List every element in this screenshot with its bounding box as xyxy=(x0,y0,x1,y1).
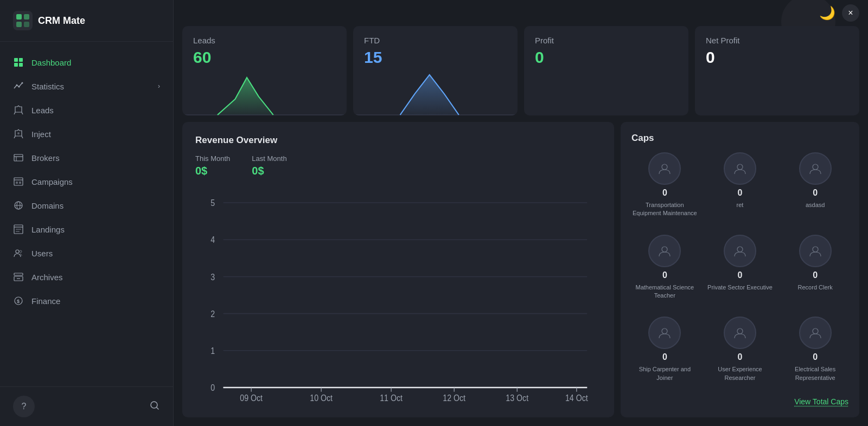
sidebar-item-campaigns[interactable]: Campaigns xyxy=(0,170,173,193)
svg-rect-3 xyxy=(24,22,29,27)
cap-item-8: 0 Electrical Sales Representative xyxy=(782,317,848,390)
cap-label-1: ret xyxy=(737,201,744,209)
cap-value-1: 0 xyxy=(738,188,743,198)
svg-text:09 Oct: 09 Oct xyxy=(240,393,263,403)
sidebar-label-users: Users xyxy=(31,249,53,258)
cap-circle-7 xyxy=(724,317,756,349)
revenue-stats: This Month 0$ Last Month 0$ xyxy=(195,154,601,177)
this-month-value: 0$ xyxy=(195,165,230,177)
last-month-stat: Last Month 0$ xyxy=(252,154,286,177)
help-button[interactable]: ? xyxy=(13,396,35,417)
body-row: Revenue Overview This Month 0$ Last Mont… xyxy=(174,122,868,426)
cap-item-1: 0 ret xyxy=(707,152,774,226)
cap-value-8: 0 xyxy=(813,352,818,362)
svg-text:13 Oct: 13 Oct xyxy=(506,393,528,403)
caps-grid: 0 Transportation Equipment Maintenance 0… xyxy=(631,152,848,390)
cap-circle-8 xyxy=(799,317,832,349)
last-month-value: 0$ xyxy=(252,165,286,177)
sidebar-label-archives: Archives xyxy=(31,273,63,282)
logo-icon xyxy=(13,11,33,30)
this-month-stat: This Month 0$ xyxy=(195,154,230,177)
metric-label-profit: Profit xyxy=(535,36,678,45)
sidebar-item-statistics[interactable]: Statistics › xyxy=(0,74,173,98)
cap-label-6: Ship Carpenter and Joiner xyxy=(631,365,698,382)
sidebar-item-dashboard[interactable]: Dashboard xyxy=(0,50,173,74)
sidebar-logo: CRM Mate xyxy=(0,0,173,42)
svg-point-70 xyxy=(662,247,667,252)
svg-line-11 xyxy=(14,112,15,114)
svg-point-68 xyxy=(737,164,743,170)
sidebar-item-users[interactable]: Users xyxy=(0,241,173,265)
svg-text:3: 3 xyxy=(210,272,215,281)
theme-toggle[interactable]: 🌙 xyxy=(819,5,835,21)
cap-value-0: 0 xyxy=(662,188,667,198)
svg-point-15 xyxy=(17,132,20,134)
svg-point-69 xyxy=(813,164,818,170)
landings-icon xyxy=(13,224,24,235)
last-month-label: Last Month xyxy=(252,154,286,163)
revenue-chart: 5 4 3 2 1 0 09 Oct 10 Oct 11 Oct 12 Oct … xyxy=(195,186,601,404)
metric-chart-ftd xyxy=(353,67,518,115)
sidebar-label-finance: Finance xyxy=(31,296,60,306)
users-icon xyxy=(13,248,24,259)
metric-value-leads: 60 xyxy=(193,48,336,67)
svg-rect-0 xyxy=(16,14,22,20)
sidebar-label-campaigns: Campaigns xyxy=(31,177,73,186)
svg-rect-19 xyxy=(14,178,23,185)
cap-circle-2 xyxy=(799,152,832,185)
cap-item-7: 0 User Experience Researcher xyxy=(707,317,774,390)
cap-label-3: Mathematical Science Teacher xyxy=(631,283,698,300)
svg-rect-16 xyxy=(14,154,23,161)
sidebar-item-inject[interactable]: Inject xyxy=(0,122,173,146)
metric-label-net-profit: Net Profit xyxy=(706,36,848,45)
sidebar-label-leads: Leads xyxy=(31,106,54,115)
svg-rect-2 xyxy=(16,22,22,27)
statistics-icon xyxy=(13,81,24,92)
cap-value-2: 0 xyxy=(813,188,818,198)
sidebar-item-leads[interactable]: Leads xyxy=(0,98,173,122)
svg-text:$: $ xyxy=(17,299,20,304)
svg-point-71 xyxy=(737,247,743,252)
cap-item-4: 0 Private Sector Executive xyxy=(707,235,774,308)
cap-circle-3 xyxy=(648,235,681,267)
metric-card-profit: Profit 0 xyxy=(524,26,688,115)
topbar: 🌙 × xyxy=(174,0,868,26)
svg-line-14 xyxy=(22,136,23,138)
svg-point-74 xyxy=(737,328,743,334)
cap-value-7: 0 xyxy=(738,352,743,362)
sidebar-item-finance[interactable]: $ Finance xyxy=(0,289,173,313)
revenue-panel: Revenue Overview This Month 0$ Last Mont… xyxy=(182,122,614,417)
search-button[interactable] xyxy=(149,400,160,414)
svg-point-32 xyxy=(20,250,22,253)
sidebar-label-inject: Inject xyxy=(31,130,51,139)
sidebar-item-brokers[interactable]: Brokers xyxy=(0,146,173,170)
svg-text:14 Oct: 14 Oct xyxy=(565,393,588,403)
cap-circle-0 xyxy=(648,152,681,185)
sidebar-label-domains: Domains xyxy=(31,201,63,210)
svg-rect-30 xyxy=(16,231,20,232)
sidebar-item-domains[interactable]: Domains xyxy=(0,193,173,217)
sidebar-footer: ? xyxy=(0,386,173,426)
svg-rect-4 xyxy=(14,58,18,62)
view-total-caps-button[interactable]: View Total Caps xyxy=(794,397,848,406)
svg-text:4: 4 xyxy=(210,235,215,244)
metric-chart-leads xyxy=(182,67,347,115)
svg-rect-29 xyxy=(16,229,21,230)
campaigns-icon xyxy=(13,176,24,187)
brokers-icon xyxy=(13,152,24,163)
sidebar-label-dashboard: Dashboard xyxy=(31,58,71,67)
svg-line-13 xyxy=(14,136,15,138)
sidebar-item-landings[interactable]: Landings xyxy=(0,217,173,241)
sidebar-item-archives[interactable]: Archives xyxy=(0,265,173,289)
leads-icon xyxy=(13,105,24,115)
cap-value-3: 0 xyxy=(662,270,667,280)
cap-item-6: 0 Ship Carpenter and Joiner xyxy=(631,317,698,390)
cap-item-2: 0 asdasd xyxy=(782,152,848,226)
svg-point-8 xyxy=(16,85,18,86)
close-button[interactable]: × xyxy=(842,4,859,22)
metric-label-ftd: FTD xyxy=(364,36,507,45)
svg-text:11 Oct: 11 Oct xyxy=(380,393,403,403)
svg-rect-5 xyxy=(19,58,23,62)
svg-rect-1 xyxy=(24,14,29,20)
revenue-title: Revenue Overview xyxy=(195,135,601,146)
